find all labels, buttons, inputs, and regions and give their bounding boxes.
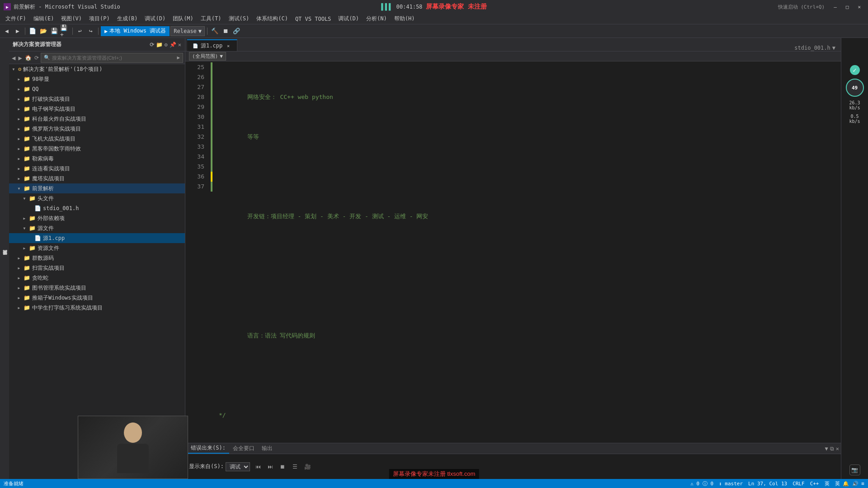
code-content[interactable]: 网络安全： CC++ web python 等等 开发链：项目经理 - 策划 -… — [215, 61, 841, 443]
tree-pushbox-item[interactable]: ▶ 📁 推箱子Windows实战项目 — [9, 293, 185, 303]
search-shortcut[interactable]: 快速启动 (Ctrl+Q) — [774, 4, 829, 10]
new-file-button[interactable]: 📄 — [28, 26, 38, 36]
save-button[interactable]: 💾 — [49, 26, 59, 36]
menu-view[interactable]: 视图(V) — [57, 14, 85, 24]
search-execute-icon[interactable]: ▶ — [177, 55, 180, 61]
titlebar: ▶ 前景解析 - Microsoft Visual Studio ▌▌▌ 00:… — [0, 0, 868, 14]
menu-file[interactable]: 文件(F) — [2, 14, 30, 24]
tree-ransomware-item[interactable]: ▶ 📁 勒索病毒 — [9, 154, 185, 164]
attach-button[interactable]: 🔗 — [231, 26, 241, 36]
tree-typing-item[interactable]: ▶ 📁 中学生打字练习系统实战项目 — [9, 303, 185, 313]
output-controls: ⏮ ⏭ ⏹ ☰ 🎥 — [254, 464, 313, 470]
menu-team[interactable]: 团队(M) — [169, 14, 197, 24]
output-btn-2[interactable]: ⏭ — [266, 464, 275, 470]
nav-back-icon[interactable]: ◀ — [11, 54, 16, 61]
search-box[interactable]: 🔍 ▶ — [41, 53, 183, 63]
menu-project[interactable]: 项目(P) — [85, 14, 113, 24]
redo-button[interactable]: ↪ — [86, 26, 96, 36]
tree-mota-item[interactable]: ▶ 📁 魔塔实战项目 — [9, 174, 185, 183]
run-debug-button[interactable]: ▶ 本地 Windows 调试器 — [101, 26, 170, 36]
output-btn-1[interactable]: ⏮ — [254, 464, 263, 470]
menu-qt[interactable]: QT VS TOOLS — [292, 14, 335, 24]
tree-minesweeper-item[interactable]: ▶ 📁 扫雷实战项目 — [9, 263, 185, 273]
sync-icon[interactable]: ⟳ — [150, 42, 154, 48]
tree-qq-item[interactable]: ▶ 📁 QQ — [9, 84, 185, 94]
forward-button[interactable]: ▶ — [13, 26, 23, 36]
menu-build[interactable]: 生成(B) — [113, 14, 142, 24]
bottom-panel-close[interactable]: ✕ — [836, 446, 839, 452]
stop-button[interactable]: ⏹ — [221, 26, 231, 36]
tree-source1cpp-item[interactable]: ▶ 📄 源1.cpp — [9, 233, 185, 243]
arrow-icon: ▶ — [16, 77, 22, 81]
tree-98-item[interactable]: ▶ 📁 98举显 — [9, 74, 185, 84]
tree-extdeps-item[interactable]: ▶ 📁 外部依赖项 — [9, 213, 185, 223]
menu-n[interactable]: 分析(N) — [363, 14, 391, 24]
tree-label: 资源文件 — [38, 244, 59, 252]
tree-resources-item[interactable]: ▶ 📁 资源文件 — [9, 243, 185, 253]
undo-button[interactable]: ↩ — [75, 26, 85, 36]
menu-debug[interactable]: 调试(D) — [141, 14, 169, 24]
panel-pin-icon[interactable]: 📌 — [170, 42, 176, 48]
config-dropdown[interactable]: Release ▼ — [170, 26, 205, 36]
output-btn-5[interactable]: 🎥 — [302, 464, 313, 470]
tree-qianjing-item[interactable]: ▼ 📁 前景解析 — [9, 183, 185, 193]
arrow-icon: ▶ — [16, 97, 22, 101]
camera-icon[interactable]: 📷 — [849, 465, 860, 475]
menu-test[interactable]: 测试(S) — [225, 14, 253, 24]
tree-matrix-item[interactable]: ▶ 📁 黑客帝国数字雨特效 — [9, 144, 185, 154]
status-encoding: CRLF — [793, 481, 805, 487]
close-button[interactable]: ✕ — [854, 2, 864, 11]
search-input[interactable] — [52, 55, 175, 61]
tree-tetris-item[interactable]: ▶ 📁 俄罗斯方块实战项目 — [9, 124, 185, 134]
output-btn-3[interactable]: ⏹ — [278, 464, 287, 470]
tree-plane-item[interactable]: ▶ 📁 飞机大战实战项目 — [9, 134, 185, 144]
tab-errors[interactable]: 错误出来(S): — [187, 444, 229, 454]
new-folder-icon[interactable]: 📁 — [156, 42, 163, 48]
editor-area: 📄 源1.cpp ✕ stdio_001.h ▼ (全局范围) ▼ 25 26 … — [185, 38, 841, 479]
menu-architecture[interactable]: 体系结构(C) — [253, 14, 292, 24]
filter-icon[interactable]: ⚙ — [165, 42, 168, 48]
tree-piano-item[interactable]: ▶ 📁 电子钢琴实战项目 — [9, 104, 185, 114]
tree-library-item[interactable]: ▶ 📁 图书管理系统实战项目 — [9, 283, 185, 293]
tab-close-button[interactable]: ✕ — [225, 42, 231, 49]
save-all-button[interactable]: 💾+ — [60, 26, 70, 36]
menu-tools[interactable]: 工具(T) — [197, 14, 225, 24]
menu-analyze[interactable]: 调试(D) — [335, 14, 363, 24]
menu-help[interactable]: 帮助(H) — [391, 14, 419, 24]
home-icon[interactable]: 🏠 — [24, 55, 33, 61]
panel-close-icon[interactable]: ✕ — [178, 42, 181, 48]
tree-ketai-item[interactable]: ▶ 📁 科台最火炸自实战项目 — [9, 114, 185, 124]
tree-groupsrc-item[interactable]: ▶ 📁 群数源码 — [9, 253, 185, 263]
tab-output[interactable]: 输出 — [258, 444, 276, 454]
tree-headers-item[interactable]: ▼ 📁 头文件 — [9, 193, 185, 203]
right-panel-label[interactable]: stdio_001.h ▼ — [791, 45, 839, 51]
code-editor[interactable]: 25 26 27 28 29 30 31 32 33 34 35 36 37 — [185, 61, 841, 443]
output-source-dropdown[interactable]: 调试 — [226, 462, 250, 471]
tab-mix[interactable]: 会全要口 — [229, 444, 258, 454]
maximize-button[interactable]: □ — [842, 2, 853, 11]
video-placeholder — [78, 416, 188, 479]
tree-stdio001h-item[interactable]: ▶ 📄 stdio_001.h — [9, 203, 185, 213]
video-feed — [78, 416, 188, 479]
tab-source1cpp[interactable]: 📄 源1.cpp ✕ — [187, 39, 237, 51]
open-button[interactable]: 📂 — [38, 26, 48, 36]
bottom-panel-float[interactable]: ⧉ — [830, 446, 834, 452]
tree-sourcefiles-item[interactable]: ▼ 📁 源文件 — [9, 223, 185, 233]
menu-edit[interactable]: 编辑(E) — [30, 14, 58, 24]
tree-lianlian-item[interactable]: ▶ 📁 连连看实战项目 — [9, 164, 185, 174]
nav-forward-icon[interactable]: ▶ — [17, 54, 23, 61]
build-button[interactable]: 🔨 — [210, 26, 220, 36]
tree-label: 魔塔实战项目 — [32, 175, 65, 183]
sync2-icon[interactable]: ⟳ — [33, 55, 40, 61]
status-ready: 准备就绪 — [4, 480, 24, 487]
tree-solution-root[interactable]: ▼ ⚙ 解决方案'前景解析'(18个项目) — [9, 64, 185, 74]
bottom-tabs-left: 错误出来(S): 会全要口 输出 — [187, 444, 276, 454]
tree-snake-item[interactable]: ▶ 📁 贪吃蛇 — [9, 273, 185, 283]
code-line-25: 网络安全： CC++ web python — [219, 92, 841, 102]
bottom-panel-minimize[interactable]: ▼ — [825, 446, 828, 452]
minimize-button[interactable]: — — [830, 2, 840, 11]
output-btn-4[interactable]: ☰ — [291, 464, 299, 470]
scope-dropdown[interactable]: (全局范围) ▼ — [189, 52, 226, 61]
tree-dapokua-item[interactable]: ▶ 📁 打破快实战项目 — [9, 94, 185, 104]
back-button[interactable]: ◀ — [2, 26, 12, 36]
